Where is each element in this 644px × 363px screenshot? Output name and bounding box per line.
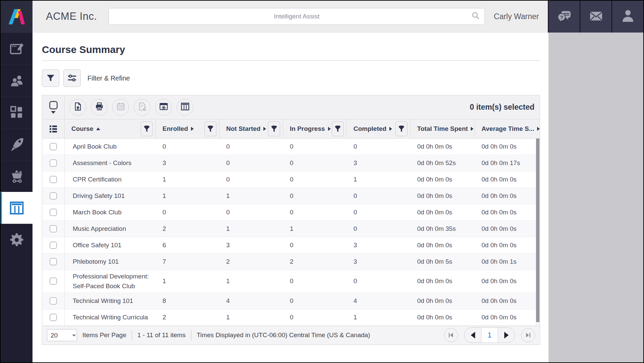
- column-header-completed[interactable]: Completed: [347, 119, 410, 138]
- sidebar-item-users[interactable]: [1, 64, 33, 96]
- row-checkbox[interactable]: [50, 192, 57, 200]
- table-row: March Book Club00000d 0h 0m 0s0d 0h 0m 0…: [42, 204, 540, 221]
- not-started-cell: 0: [219, 171, 283, 188]
- row-checkbox[interactable]: [50, 242, 57, 249]
- page-pill: 1: [464, 327, 515, 343]
- column-label: Course: [71, 125, 93, 133]
- sidebar-item-authoring[interactable]: [1, 33, 33, 64]
- user-name[interactable]: Carly Warner: [494, 12, 539, 21]
- row-select-cell: [42, 309, 65, 325]
- report-settings-button[interactable]: [155, 99, 172, 116]
- completed-cell: 3: [347, 254, 410, 270]
- printer-icon: [95, 102, 104, 112]
- row-checkbox[interactable]: [50, 225, 57, 232]
- completed-cell: 0: [347, 270, 410, 293]
- column-header-in_progress[interactable]: In Progress: [283, 119, 347, 138]
- course-name-cell: Music Appreciation: [65, 221, 156, 237]
- tile-profile[interactable]: [611, 1, 643, 33]
- select-menu-caret-icon[interactable]: [51, 111, 56, 114]
- last-page-icon: [525, 332, 531, 339]
- brand-zone: ACME Inc.: [33, 1, 109, 32]
- print-button[interactable]: [91, 99, 108, 116]
- sidebar-item-reports[interactable]: [1, 192, 33, 224]
- grid-footer: 20 Items Per Page 1 - 11 of 11 items Tim…: [42, 326, 540, 345]
- content: Course Summary Filter & Refine: [33, 33, 549, 362]
- filter-button[interactable]: [42, 69, 59, 87]
- filter-button-completed[interactable]: [395, 121, 407, 136]
- select-all-checkbox[interactable]: [49, 101, 58, 109]
- filter-button-in_progress[interactable]: [332, 121, 344, 136]
- previous-page-button[interactable]: [464, 328, 481, 343]
- column-header-total_time[interactable]: Total Time Spent: [410, 119, 475, 138]
- row-checkbox[interactable]: [50, 176, 57, 183]
- completed-cell: 0: [347, 221, 410, 237]
- mail-icon: [588, 8, 604, 25]
- enrolled-cell: 7: [156, 254, 219, 270]
- tile-help[interactable]: ?: [548, 1, 580, 33]
- enrolled-cell: 6: [156, 237, 219, 253]
- enrolled-cell: 1: [156, 270, 219, 293]
- row-select-cell: [42, 155, 65, 171]
- column-label: Completed: [353, 125, 386, 133]
- row-checkbox[interactable]: [50, 277, 57, 285]
- completed-cell: 3: [347, 155, 410, 171]
- search-icon[interactable]: [471, 11, 480, 20]
- not-started-cell: 0: [219, 155, 283, 171]
- tile-messages[interactable]: [580, 1, 611, 33]
- last-page-button[interactable]: [521, 328, 535, 342]
- export-button[interactable]: [69, 99, 86, 116]
- first-page-button[interactable]: [444, 328, 458, 342]
- table-row: Music Appreciation21100d 0h 0m 35s0d 0h …: [42, 221, 540, 237]
- not-started-cell: 1: [219, 270, 283, 293]
- filter-button-course[interactable]: [141, 121, 153, 136]
- sidebar-item-library[interactable]: [1, 96, 33, 128]
- completed-cell: 1: [347, 309, 410, 325]
- row-select-cell: [42, 293, 65, 309]
- row-checkbox[interactable]: [50, 297, 57, 305]
- next-page-button[interactable]: [498, 328, 515, 343]
- sidebar-item-settings[interactable]: [1, 224, 33, 256]
- row-checkbox[interactable]: [50, 314, 57, 321]
- filter-button-not_started[interactable]: [268, 121, 280, 136]
- manage-columns-button[interactable]: [177, 99, 193, 116]
- course-name-cell: Office Safety 101: [65, 237, 156, 253]
- enrolled-cell: 3: [156, 155, 219, 171]
- column-header-not_started[interactable]: Not Started: [219, 119, 283, 138]
- scrollbar-thumb[interactable]: [536, 139, 539, 322]
- items-per-page-select[interactable]: 20: [47, 329, 77, 341]
- row-select-cell: [42, 270, 65, 293]
- column-label: Total Time Spent: [417, 125, 468, 133]
- filter-button-enrolled[interactable]: [204, 121, 216, 136]
- course-name-cell: CPR Certification: [65, 171, 156, 188]
- column-header-course[interactable]: Course: [65, 119, 156, 138]
- total-time-cell: 0d 0h 0m 0s: [410, 270, 475, 293]
- row-checkbox[interactable]: [50, 143, 57, 150]
- select-all-control[interactable]: [42, 95, 65, 119]
- column-label: Enrolled: [163, 125, 188, 133]
- row-select-cell: [42, 188, 65, 204]
- row-checkbox[interactable]: [50, 258, 57, 265]
- intelligent-assist-input[interactable]: [109, 8, 485, 25]
- column-header-avg_time[interactable]: Average Time S...: [475, 119, 540, 138]
- total-time-cell: 0d 0h 0m 0s: [410, 204, 475, 220]
- row-checkbox[interactable]: [50, 159, 57, 167]
- column-header-enrolled[interactable]: Enrolled: [156, 119, 219, 138]
- schedule-button: [112, 99, 129, 116]
- course-name-cell: April Book Club: [65, 139, 156, 155]
- course-name-cell: Technical Writing Curricula: [65, 309, 156, 325]
- vertical-scrollbar[interactable]: [536, 139, 540, 326]
- toolbar-buttons: [65, 99, 198, 116]
- course-name-cell: Assessment - Colors: [65, 155, 156, 171]
- sidebar-item-launch[interactable]: [1, 128, 33, 160]
- avg-time-cell: 0d 0h 0m 1s: [475, 254, 540, 270]
- items-per-page-label: Items Per Page: [82, 331, 126, 339]
- company-logo[interactable]: [1, 1, 33, 33]
- row-checkbox[interactable]: [50, 209, 57, 216]
- refine-button[interactable]: [63, 69, 81, 87]
- funnel-icon: [46, 73, 55, 83]
- sidebar-item-commerce[interactable]: [1, 160, 33, 192]
- first-page-icon: [448, 332, 454, 339]
- table-row: Assessment - Colors30030d 0h 0m 52s0d 0h…: [42, 155, 540, 171]
- table-body: April Book Club00000d 0h 0m 0s0d 0h 0m 0…: [42, 139, 540, 326]
- footer-divider: [132, 330, 132, 340]
